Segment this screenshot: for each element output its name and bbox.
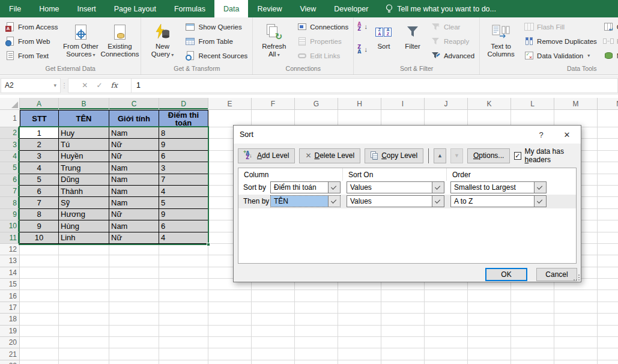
cell-N3[interactable] [598, 139, 618, 150]
row-header-15[interactable]: 15 [0, 279, 20, 290]
ribbon-button-data-validation[interactable]: Data Validation ▾ [521, 49, 599, 62]
cell-D8[interactable]: 5 [159, 197, 208, 208]
cell-B17[interactable] [59, 302, 109, 314]
ribbon-button-consolidate[interactable]: Consolidate [601, 20, 618, 34]
cell-C12[interactable] [109, 244, 159, 255]
cell-A7[interactable]: 6 [20, 186, 59, 197]
cell-N8[interactable] [598, 197, 618, 208]
cell-B7[interactable]: Thành [59, 186, 109, 197]
cell-J18[interactable] [425, 314, 468, 325]
cell-B13[interactable] [59, 255, 109, 267]
options-button[interactable]: Options... [467, 148, 510, 163]
cell-C17[interactable] [109, 302, 159, 314]
row-header-16[interactable]: 16 [0, 290, 20, 302]
cell-N6[interactable] [598, 174, 618, 186]
cell-H18[interactable] [338, 314, 381, 325]
cell-N15[interactable] [598, 279, 618, 290]
ribbon-button-sort-ascending[interactable]: AZ↓ [356, 20, 369, 34]
cell-B11[interactable]: Linh [59, 232, 109, 244]
cell-A5[interactable]: 4 [20, 162, 59, 174]
cell-A17[interactable] [20, 302, 59, 314]
cell-I22[interactable] [381, 360, 425, 364]
cancel-entry-icon[interactable]: ✕ [82, 81, 88, 89]
cell-H16[interactable] [338, 290, 381, 302]
cell-B21[interactable] [59, 348, 109, 360]
cell-A2[interactable]: 1 [20, 127, 59, 139]
cell-E19[interactable] [208, 326, 252, 337]
cell-J17[interactable] [425, 302, 468, 314]
row-header-19[interactable]: 19 [0, 326, 20, 337]
cell-B18[interactable] [59, 314, 109, 325]
cell-N4[interactable] [598, 151, 618, 162]
cell-N5[interactable] [598, 162, 618, 174]
cell-L20[interactable] [511, 337, 554, 348]
column-header-A[interactable]: A [20, 98, 59, 110]
sort-by-order-combo[interactable]: Smallest to Largest [450, 181, 547, 193]
cell-C20[interactable] [109, 337, 159, 348]
cell-E16[interactable] [208, 290, 252, 302]
cell-E17[interactable] [208, 302, 252, 314]
row-header-18[interactable]: 18 [0, 314, 20, 325]
cell-A18[interactable] [20, 314, 59, 325]
sort-level-row-1[interactable]: Sort by Điểm thi toán Values Smallest to… [238, 181, 576, 195]
column-header-L[interactable]: L [511, 98, 554, 110]
column-header-J[interactable]: J [425, 98, 468, 110]
cell-D15[interactable] [159, 279, 208, 290]
cell-H21[interactable] [338, 348, 381, 360]
cell-D10[interactable]: 6 [159, 220, 208, 232]
cell-D12[interactable] [159, 244, 208, 255]
cell-F17[interactable] [252, 302, 295, 314]
tab-insert[interactable]: Insert [68, 0, 105, 17]
sort-dialog-titlebar[interactable]: Sort ? ✕ [234, 126, 581, 144]
cell-A9[interactable]: 8 [20, 209, 59, 220]
cell-N16[interactable] [598, 290, 618, 302]
cell-H20[interactable] [338, 337, 381, 348]
cell-A15[interactable] [20, 279, 59, 290]
tab-home[interactable]: Home [30, 0, 68, 17]
cell-J21[interactable] [425, 348, 468, 360]
cell-B1[interactable]: TÊN [59, 110, 109, 127]
ribbon-button-recent-sources[interactable]: Recent Sources [183, 49, 250, 62]
ribbon-button-sort-descending[interactable]: ZA↓ [356, 43, 369, 56]
cell-F19[interactable] [252, 326, 295, 337]
cell-N22[interactable] [598, 360, 618, 364]
row-header-10[interactable]: 10 [0, 220, 20, 232]
cell-M17[interactable] [554, 302, 598, 314]
column-header-C[interactable]: C [109, 98, 159, 110]
cell-B8[interactable]: Sỹ [59, 197, 109, 208]
cell-D5[interactable]: 3 [159, 162, 208, 174]
cell-D20[interactable] [159, 337, 208, 348]
tab-file[interactable]: File [0, 0, 30, 17]
cell-C8[interactable]: Nam [109, 197, 159, 208]
combo-dropdown-icon[interactable] [534, 196, 546, 207]
cell-J16[interactable] [425, 290, 468, 302]
select-all-corner[interactable] [0, 98, 20, 110]
cell-I19[interactable] [381, 326, 425, 337]
cell-L21[interactable] [511, 348, 554, 360]
help-button[interactable]: ? [529, 130, 553, 139]
confirm-entry-icon[interactable]: ✓ [96, 81, 102, 89]
cell-I21[interactable] [381, 348, 425, 360]
cell-G22[interactable] [295, 360, 338, 364]
column-header-H[interactable]: H [338, 98, 381, 110]
column-header-N[interactable]: N [598, 98, 618, 110]
cell-C5[interactable]: Nam [109, 162, 159, 174]
cell-D17[interactable] [159, 302, 208, 314]
move-level-up-button[interactable]: ▲ [434, 148, 446, 163]
row-header-9[interactable]: 9 [0, 209, 20, 220]
cell-M20[interactable] [554, 337, 598, 348]
cell-A21[interactable] [20, 348, 59, 360]
cell-K19[interactable] [468, 326, 511, 337]
ribbon-button-text-to-columns[interactable]: Text toColumns [482, 19, 520, 58]
ribbon-button-from-access[interactable]: A From Access [2, 20, 60, 34]
name-box[interactable]: A2 ▾ [1, 78, 61, 93]
cell-D4[interactable]: 6 [159, 151, 208, 162]
cell-C6[interactable]: Nam [109, 174, 159, 186]
sort-by-column-combo[interactable]: Điểm thi toán [270, 181, 341, 193]
cell-H19[interactable] [338, 326, 381, 337]
cell-B15[interactable] [59, 279, 109, 290]
cell-D9[interactable]: 9 [159, 209, 208, 220]
cell-N19[interactable] [598, 326, 618, 337]
combo-dropdown-icon[interactable] [432, 182, 444, 193]
column-header-G[interactable]: G [295, 98, 338, 110]
